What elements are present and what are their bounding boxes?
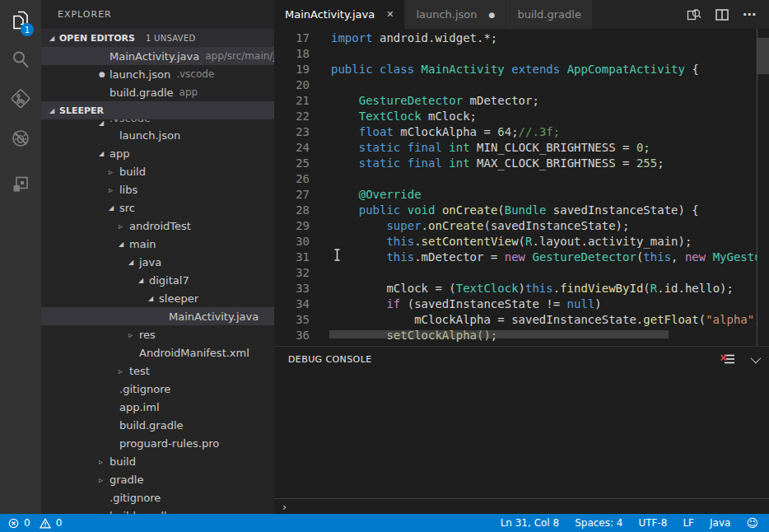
twistie-expanded-icon: ◢ [99, 119, 110, 126]
open-editors-list: MainActivity.javaapp/src/main/java/digit… [41, 47, 274, 101]
line-number: 26 [274, 171, 310, 187]
tree-item[interactable]: ▹gradle [41, 470, 274, 488]
debug-console-input[interactable]: › [274, 498, 769, 514]
tree-item[interactable]: proguard-rules.pro [41, 434, 274, 452]
tree-item[interactable]: ▹libs [41, 180, 274, 198]
search-file-icon[interactable] [687, 8, 701, 21]
debug-console-panel: DEBUG CONSOLE [274, 346, 769, 514]
tree-item-label: sleeper [159, 292, 198, 305]
close-panel-chevron-icon[interactable] [751, 352, 762, 363]
tree-item[interactable]: app.iml [41, 398, 274, 416]
tree-item[interactable]: build.gradle [41, 506, 274, 514]
line-content: this.mDetector = new GestureDetector(thi… [310, 250, 757, 265]
tab-MainActivity.java[interactable]: MainActivity.java✕ [274, 0, 405, 29]
line-content: if (savedInstanceState != null) [310, 296, 602, 312]
open-editor-item[interactable]: ●launch.json.vscode [41, 65, 274, 83]
tree-item[interactable]: MainActivity.java [41, 307, 274, 325]
code-line: 24 static final int MIN_CLOCK_BRIGHTNESS… [274, 140, 757, 156]
code-line: 33 mClock = (TextClock)this.findViewById… [274, 281, 757, 296]
activity-search-icon[interactable] [0, 40, 41, 79]
tree-item-label: build [119, 166, 146, 178]
indentation-status[interactable]: Spaces: 4 [575, 517, 622, 529]
cursor-position-status[interactable]: Ln 31, Col 8 [501, 517, 560, 529]
line-number: 24 [274, 140, 310, 156]
line-number: 27 [274, 187, 310, 203]
tab-label: launch.json [416, 8, 477, 21]
code-lines: 17import android.widget.*;1819public cla… [274, 30, 757, 343]
open-editors-header[interactable]: ◢ OPEN EDITORS 1 UNSAVED [41, 29, 274, 47]
tree-item[interactable]: ◢app [41, 144, 274, 162]
tree-item-label: res [139, 329, 156, 341]
line-number: 36 [274, 328, 310, 343]
tree-item[interactable]: build.gradle [41, 416, 274, 434]
open-editor-item[interactable]: MainActivity.javaapp/src/main/java/digit… [41, 47, 274, 65]
tree-item[interactable]: ◢java [41, 253, 274, 271]
activity-source-control-icon[interactable] [0, 79, 41, 119]
twistie-expanded-icon: ◢ [119, 240, 129, 248]
tree-item[interactable]: .gitignore [41, 488, 274, 506]
feedback-smiley-icon[interactable]: ☺ [746, 516, 758, 530]
open-editor-name: build.gradle [110, 86, 174, 99]
tab-modified-dot-icon[interactable]: ● [489, 11, 496, 19]
tree-item-label: app.iml [119, 401, 160, 413]
tree-item[interactable]: ◢.vscode [41, 119, 274, 126]
tree-item[interactable]: ▹androidTest [41, 217, 274, 235]
activity-debug-icon[interactable] [0, 119, 41, 158]
tab-bar: MainActivity.java✕launch.json●build.grad… [274, 0, 769, 29]
line-number: 34 [274, 296, 310, 312]
line-content: GestureDetector mDetector; [310, 93, 539, 109]
eol-status[interactable]: LF [683, 517, 694, 529]
tree-item[interactable]: ◢digital7 [41, 271, 274, 289]
tree-item[interactable]: .gitignore [41, 380, 274, 398]
code-line: 20 [274, 77, 757, 93]
clear-console-icon[interactable] [720, 353, 734, 365]
tab-close-icon[interactable]: ✕ [386, 9, 394, 20]
line-number: 25 [274, 156, 310, 171]
open-editor-desc: app/src/main/java/digit… [205, 50, 274, 62]
code-editor[interactable]: 17import android.widget.*;1819public cla… [274, 29, 769, 346]
tree-item[interactable]: ◢sleeper [41, 289, 274, 307]
tree-item[interactable]: ▹build [41, 162, 274, 180]
error-count: 0 [24, 517, 30, 529]
code-line: 27 @Override [274, 187, 757, 203]
line-content: static final int MAX_CLOCK_BRIGHTNESS = … [310, 156, 664, 171]
horizontal-scrollbar[interactable] [329, 330, 669, 338]
activity-explorer-icon[interactable]: 1 [0, 0, 41, 40]
line-content: public void onCreate(Bundle savedInstanc… [310, 203, 699, 218]
folder-section-header[interactable]: ◢ SLEEPER [41, 101, 274, 119]
tab-label: MainActivity.java [285, 8, 375, 21]
language-mode-status[interactable]: Java [710, 517, 730, 529]
tree-item[interactable]: AndroidManifest.xml [41, 343, 274, 362]
line-content [310, 77, 331, 93]
line-content: public class MainActivity extends AppCom… [310, 62, 699, 77]
tree-item-label: src [119, 202, 135, 214]
tree-item[interactable]: ▹build [41, 452, 274, 470]
panel-title-debug-console[interactable]: DEBUG CONSOLE [288, 354, 372, 365]
encoding-status[interactable]: UTF-8 [638, 517, 667, 529]
unsaved-badge: 1 UNSAVED [146, 34, 196, 43]
twistie-collapsed-icon: ▹ [109, 185, 119, 194]
vertical-scrollbar[interactable] [757, 38, 769, 74]
split-editor-icon[interactable] [715, 9, 729, 21]
line-number: 29 [274, 218, 310, 234]
open-editor-item[interactable]: build.gradleapp [41, 83, 274, 101]
editor-group: MainActivity.java✕launch.json●build.grad… [274, 0, 769, 514]
code-line: 35 mClockAlpha = savedInstanceState.getF… [274, 312, 757, 328]
console-prompt-icon: › [282, 501, 287, 513]
open-editor-desc: app [179, 86, 198, 98]
more-actions-icon[interactable]: ⋯ [743, 7, 757, 22]
tree-item[interactable]: ◢main [41, 235, 274, 253]
tree-item[interactable]: launch.json [41, 126, 274, 144]
tree-item[interactable]: ▹res [41, 325, 274, 343]
line-number: 19 [274, 62, 310, 77]
tab-launch.json[interactable]: launch.json● [405, 0, 506, 29]
tab-build.gradle[interactable]: build.gradle [506, 0, 593, 29]
tree-item-label: libs [119, 184, 137, 196]
editor-actions: ⋯ [687, 0, 769, 29]
tree-item[interactable]: ◢src [41, 198, 274, 217]
activity-extensions-icon[interactable] [0, 165, 41, 204]
line-content [310, 46, 331, 62]
tree-item-label: .vscode [110, 119, 151, 124]
tree-item[interactable]: ▹test [41, 362, 274, 380]
problems-status[interactable]: 0 0 [0, 517, 62, 529]
